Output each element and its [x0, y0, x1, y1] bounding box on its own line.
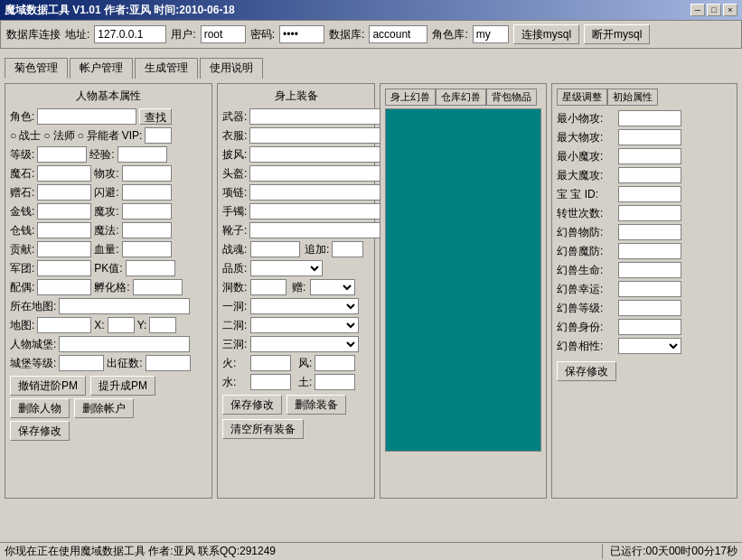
addr-input[interactable] [94, 25, 166, 43]
maploc-row: 所在地图: [10, 298, 207, 314]
bracelet-input[interactable] [249, 203, 390, 219]
earth-input[interactable] [315, 374, 355, 390]
army-row: 军团: PK值: [10, 260, 207, 276]
magicstone-input[interactable] [37, 165, 91, 182]
max-physatk-input[interactable] [618, 129, 681, 145]
vip-input[interactable] [145, 127, 172, 144]
close-button[interactable]: × [723, 4, 737, 16]
battlesoul-input[interactable] [250, 241, 300, 257]
star-save-row: 保存修改 [557, 361, 732, 381]
gold-label: 金钱: [10, 204, 34, 219]
cape-input[interactable] [249, 146, 390, 163]
holes-label: 洞数: [222, 280, 248, 295]
exp-input[interactable] [117, 146, 167, 163]
pk-input[interactable] [126, 260, 175, 276]
expedition-input[interactable] [146, 355, 191, 371]
petphysdef-label: 幻兽物防: [557, 225, 615, 240]
star-tab-initial[interactable]: 初始属性 [607, 89, 658, 106]
main-content: 菊色管理 帐户管理 生成管理 使用说明 人物基本属性 角色: 查找 ○ 战士 ○… [0, 53, 742, 503]
connect-button[interactable]: 连接mysql [513, 24, 579, 44]
maximize-button[interactable]: □ [707, 4, 721, 16]
water-input[interactable] [250, 374, 291, 390]
cloth-input[interactable] [249, 127, 390, 144]
max-magicatk-input[interactable] [618, 167, 681, 183]
min-magicatk-input[interactable] [618, 148, 681, 164]
role-input[interactable] [473, 25, 509, 43]
warehouse-input[interactable] [37, 222, 91, 238]
petphysdef-input[interactable] [618, 224, 681, 240]
tab-account-manage[interactable]: 帐户管理 [70, 58, 133, 79]
earth-label: 土: [298, 375, 312, 390]
x-input[interactable] [108, 317, 135, 333]
y-input[interactable] [149, 317, 176, 333]
holes-input[interactable] [250, 279, 286, 295]
star-save-button[interactable]: 保存修改 [557, 361, 616, 381]
cancel-pm-button[interactable]: 撤销进阶PM [10, 376, 86, 396]
dodge-input[interactable] [122, 184, 172, 201]
petaffinity-select[interactable] [618, 338, 681, 354]
gold-input[interactable] [37, 203, 91, 219]
pet-tab-warehouse[interactable]: 仓库幻兽 [436, 89, 486, 106]
castlelevel-input[interactable] [59, 355, 104, 371]
hole1-select[interactable] [250, 298, 359, 314]
equip-clear-button[interactable]: 清空所有装备 [222, 419, 304, 439]
petlevel-input[interactable] [618, 300, 681, 316]
tab-gen-manage[interactable]: 生成管理 [135, 58, 198, 79]
petmagicdef-input[interactable] [618, 243, 681, 259]
equip-save-button[interactable]: 保存修改 [222, 395, 282, 415]
role-input[interactable] [37, 108, 136, 125]
hole3-select[interactable] [250, 336, 359, 352]
magic-input[interactable] [122, 222, 172, 238]
gift-select[interactable] [310, 279, 355, 295]
petluck-input[interactable] [618, 281, 681, 297]
helmet-label: 头盔: [222, 166, 247, 182]
star-tab-adjust[interactable]: 星级调整 [557, 89, 607, 106]
wind-input[interactable] [315, 355, 355, 371]
gem-input[interactable] [37, 184, 91, 201]
char-save-row: 保存修改 [10, 421, 207, 441]
pet-tab-bag[interactable]: 背包物品 [486, 89, 537, 106]
petid-input[interactable] [618, 186, 681, 202]
petid-label: 宝 宝 ID: [557, 187, 615, 202]
hatch-input[interactable] [133, 279, 183, 295]
pair-input[interactable] [37, 279, 91, 295]
hp-input[interactable] [122, 241, 172, 257]
petidentity-input[interactable] [618, 319, 681, 335]
shoes-input[interactable] [249, 222, 390, 238]
magicatk-input[interactable] [122, 203, 172, 219]
delete-char-button[interactable]: 删除人物 [10, 398, 70, 418]
contrib-input[interactable] [37, 241, 91, 257]
search-button[interactable]: 查找 [139, 108, 172, 125]
user-input[interactable] [201, 25, 246, 43]
delete-acc-button[interactable]: 删除帐户 [74, 398, 134, 418]
cloth-row: 衣服: [222, 127, 370, 144]
physatk-input[interactable] [122, 165, 172, 182]
tab-help[interactable]: 使用说明 [200, 58, 263, 79]
castle-input[interactable] [59, 336, 190, 352]
db-input-field[interactable] [369, 25, 427, 43]
maploc-input[interactable] [59, 298, 190, 314]
pass-input[interactable] [279, 25, 324, 43]
map-input[interactable] [37, 317, 91, 333]
char-save-button[interactable]: 保存修改 [10, 421, 70, 441]
equip-delete-button[interactable]: 删除装备 [286, 395, 346, 415]
role-label: 角色: [10, 109, 34, 125]
minimize-button[interactable]: ─ [690, 4, 705, 16]
fire-input[interactable] [250, 355, 291, 371]
rebirth-input[interactable] [618, 205, 681, 221]
pethp-input[interactable] [618, 262, 681, 278]
tab-color-manage[interactable]: 菊色管理 [5, 58, 68, 79]
hole2-select[interactable] [250, 317, 359, 333]
army-input[interactable] [37, 260, 91, 276]
pet-tab-body[interactable]: 身上幻兽 [385, 89, 436, 106]
upgrade-pm-button[interactable]: 提升成PM [90, 376, 155, 396]
min-physatk-input[interactable] [618, 110, 681, 126]
necklace-input[interactable] [249, 184, 390, 201]
add-input[interactable] [332, 241, 363, 257]
pet-panel: 身上幻兽 仓库幻兽 背包物品 [380, 83, 547, 499]
level-input[interactable] [37, 146, 87, 163]
quality-select[interactable] [250, 260, 323, 276]
weapon-input[interactable] [249, 108, 390, 125]
helmet-input[interactable] [249, 165, 390, 182]
disconnect-button[interactable]: 断开mysql [584, 24, 650, 44]
